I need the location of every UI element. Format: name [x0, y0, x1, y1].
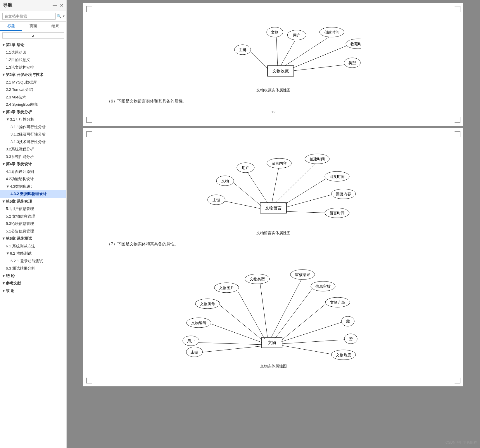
svg-line-4 — [281, 40, 295, 66]
search-area: 🔍 ▼ — [0, 11, 66, 22]
svg-line-13 — [293, 46, 346, 68]
svg-text:主键: 主键 — [213, 198, 220, 202]
toc-item[interactable]: ▼ 6.2 功能测试 — [0, 250, 66, 257]
svg-text:类型: 类型 — [348, 61, 356, 65]
close-icon[interactable]: ✕ — [60, 3, 63, 8]
collapse-arrow[interactable]: ▼ — [2, 199, 6, 204]
tab-results[interactable]: 结果 — [44, 22, 66, 31]
toc-item[interactable]: 1.1选题动因 — [0, 49, 66, 56]
page-1: 文物收藏 用户 创建时间 文物 收藏时间 — [83, 3, 463, 126]
toc-item[interactable]: 2.1 MYSQL数据库 — [0, 79, 66, 86]
sidebar-title: 导航 — [3, 2, 12, 8]
toc-item[interactable]: 3.3系统性能分析 — [0, 153, 66, 161]
svg-text:创建时间: 创建时间 — [324, 30, 339, 34]
svg-text:收藏时间: 收藏时间 — [350, 42, 361, 46]
toc-item[interactable]: 5.2 文物信息管理 — [0, 213, 66, 220]
toc-item[interactable]: 4.3.2 数据库物理设计 — [0, 190, 66, 198]
toc-item[interactable]: 1.2目的和意义 — [0, 56, 66, 64]
toc-item[interactable]: ▼ 第4章 系统设计 — [0, 160, 66, 168]
diagram-wenw: 文物 文物类型 审核结果 文物图片 信息审核 文物牌号 — [107, 253, 440, 369]
diagram-wenwucollect-svg: 文物收藏 用户 创建时间 文物 收藏时间 — [186, 20, 361, 85]
svg-line-83 — [282, 345, 332, 354]
svg-line-50 — [260, 284, 267, 337]
toc-item[interactable]: ▼ 致 谢 — [0, 287, 66, 295]
svg-text:文物热度: 文物热度 — [336, 353, 351, 357]
toc-item[interactable]: 5.3论坛信息管理 — [0, 220, 66, 228]
svg-line-65 — [282, 304, 326, 340]
page-number-input[interactable] — [2, 32, 64, 39]
toc-item[interactable]: 4.1界面设计原则 — [0, 168, 66, 176]
page2-text: （7）下图是文物实体和其具备的属性。 — [107, 242, 440, 247]
collapse-arrow[interactable]: ▼ — [2, 280, 6, 286]
corner-bl — [86, 117, 92, 123]
toc-item[interactable]: 5.1用户信息管理 — [0, 205, 66, 213]
diagram-wenwucollect: 文物收藏 用户 创建时间 文物 收藏时间 — [107, 20, 440, 93]
collapse-arrow[interactable]: ▼ — [6, 184, 10, 190]
toc-item[interactable]: ▼ 第1章 绪论 — [0, 41, 66, 49]
toc-item[interactable]: ▼ 结 论 — [0, 272, 66, 280]
svg-line-24 — [272, 168, 279, 203]
toc-item[interactable]: 2.2 Tomcat 介绍 — [0, 86, 66, 93]
page1-text: （6）下图是文物留言实体和其具备的属性。 — [107, 99, 440, 104]
search-button[interactable]: 🔍 — [57, 14, 62, 18]
collapse-arrow[interactable]: ▼ — [6, 117, 10, 122]
svg-text:文物图片: 文物图片 — [219, 286, 234, 290]
svg-text:主键: 主键 — [191, 350, 198, 354]
tab-titles[interactable]: 标题 — [0, 22, 22, 31]
svg-text:文物: 文物 — [268, 340, 276, 345]
svg-line-42 — [225, 201, 260, 209]
corner-br — [455, 117, 460, 123]
toc-item[interactable]: ▼ 第2章 开发环境与技术 — [0, 71, 66, 79]
toc-item[interactable]: 3.1.2经济可行性分析 — [0, 131, 66, 138]
svg-text:文物: 文物 — [271, 30, 279, 34]
toc-item[interactable]: ▼ 参考文献 — [0, 279, 66, 287]
toc-item[interactable]: 6.3 测试结果分析 — [0, 265, 66, 272]
toc-item[interactable]: 6.1 系统测试方法 — [0, 242, 66, 250]
search-dropdown-icon[interactable]: ▼ — [62, 15, 65, 18]
toc-item[interactable]: 5.1公告信息管理 — [0, 228, 66, 235]
page-input-area — [0, 31, 66, 40]
svg-text:藏: 藏 — [346, 319, 350, 324]
corner-tr — [455, 6, 460, 12]
toc-item[interactable]: 2.4 SpringBoot框架 — [0, 101, 66, 108]
minimize-icon[interactable]: — — [53, 3, 57, 8]
svg-text:回复内容: 回复内容 — [336, 192, 351, 196]
svg-text:用户: 用户 — [242, 166, 249, 170]
toc-item[interactable]: 4.2功能结构设计 — [0, 175, 66, 183]
main-content[interactable]: 文物收藏 用户 创建时间 文物 收藏时间 — [67, 0, 480, 448]
toc-item[interactable]: 1.3论文结构安排 — [0, 64, 66, 71]
svg-line-80 — [203, 346, 262, 352]
svg-line-45 — [286, 211, 325, 213]
svg-text:文物收藏: 文物收藏 — [272, 69, 289, 73]
tabs-area: 标题 页面 结果 — [0, 22, 66, 31]
collapse-arrow[interactable]: ▼ — [2, 42, 6, 48]
collapse-arrow[interactable]: ▼ — [2, 236, 6, 242]
collapse-arrow[interactable]: ▼ — [2, 161, 6, 167]
tab-pages[interactable]: 页面 — [22, 22, 44, 31]
toc-item[interactable]: ▼ 第6章 系统测试 — [0, 235, 66, 242]
svg-text:用户: 用户 — [293, 33, 301, 37]
toc-item[interactable]: 2.3 vue技术 — [0, 93, 66, 101]
sidebar-header: 导航 — ✕ — [0, 0, 66, 11]
svg-text:创建时间: 创建时间 — [310, 157, 325, 161]
toc-item[interactable]: ▼ 第3章 系统分析 — [0, 108, 66, 116]
toc-item[interactable]: 6.2.1 登录功能测试 — [0, 257, 66, 265]
collapse-arrow[interactable]: ▼ — [2, 288, 6, 294]
toc-item[interactable]: ▼ 第5章 系统实现 — [0, 198, 66, 205]
collapse-arrow[interactable]: ▼ — [2, 72, 6, 78]
toc-item[interactable]: 3.2系统流程分析 — [0, 145, 66, 153]
svg-line-53 — [271, 279, 301, 337]
search-input[interactable] — [2, 13, 56, 20]
svg-text:文物留言: 文物留言 — [265, 206, 282, 210]
toc-item[interactable]: 3.1.1操作可行性分析 — [0, 123, 66, 131]
toc-item[interactable]: ▼ 3.1可行性分析 — [0, 116, 66, 123]
toc-item[interactable]: 3.1.3技术可行性分析 — [0, 138, 66, 146]
collapse-arrow[interactable]: ▼ — [2, 273, 6, 279]
svg-text:文物: 文物 — [221, 179, 229, 183]
toc-item[interactable]: ▼ 4.3数据库设计 — [0, 183, 66, 190]
collapse-arrow[interactable]: ▼ — [6, 251, 10, 256]
corner-tl-p2 — [86, 131, 92, 137]
svg-line-77 — [282, 340, 345, 344]
collapse-arrow[interactable]: ▼ — [2, 109, 6, 115]
diagram-wenwuliu: 文物留言 留言内容 创建时间 用户 回复时间 文物 — [107, 146, 440, 236]
